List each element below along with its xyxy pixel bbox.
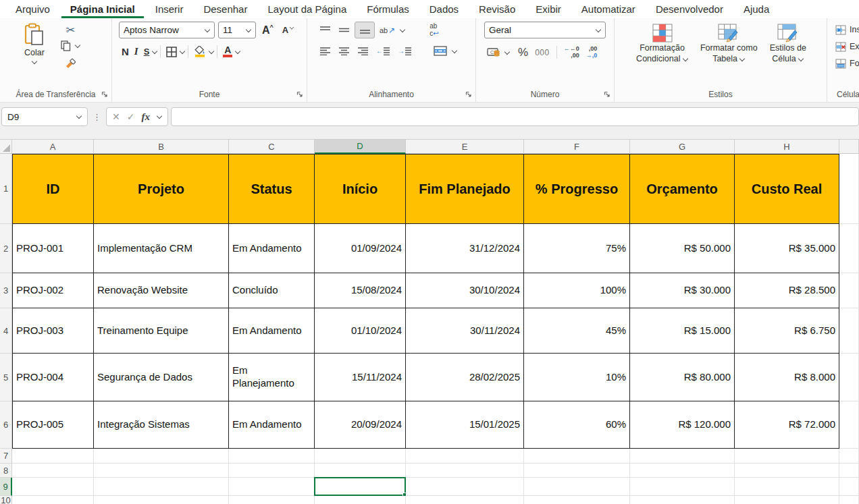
cell[interactable]: R$ 72.000 (735, 401, 839, 449)
tab-formulas[interactable]: Fórmulas (358, 0, 418, 18)
align-center-button[interactable] (336, 43, 353, 59)
decrease-indent-button[interactable]: ← (373, 43, 393, 59)
cell[interactable] (630, 478, 735, 496)
font-name-combobox[interactable]: Aptos Narrow (119, 22, 215, 38)
row-header-10[interactable]: 10 (0, 496, 12, 504)
cell[interactable] (524, 449, 630, 464)
format-cells-button[interactable]: Formatar (833, 57, 856, 69)
cell[interactable]: 20/09/2024 (315, 401, 406, 449)
font-dialog-launcher[interactable] (296, 91, 303, 98)
column-header-A[interactable]: A (12, 140, 94, 154)
tab-arquivo[interactable]: Arquivo (7, 0, 59, 18)
cell[interactable] (524, 478, 630, 496)
row-header-8[interactable]: 8 (0, 464, 12, 478)
font-color-dropdown-chevron[interactable] (235, 49, 240, 55)
cell[interactable]: 31/12/2024 (406, 224, 524, 273)
cell[interactable]: R$ 8.000 (735, 354, 839, 401)
tab-pagina-inicial[interactable]: Página Inicial (61, 0, 144, 18)
cell[interactable] (12, 449, 94, 464)
fill-color-dropdown-chevron[interactable] (209, 49, 214, 55)
cell[interactable]: 15/08/2024 (315, 273, 406, 308)
cell[interactable] (94, 478, 229, 496)
cell[interactable]: 10% (524, 354, 630, 401)
enter-icon[interactable]: ✓ (127, 111, 135, 122)
tab-layout-da-pagina[interactable]: Layout da Página (259, 0, 355, 18)
cell[interactable] (315, 464, 406, 478)
row-header-5[interactable]: 5 (0, 354, 12, 401)
decrease-decimal-button[interactable]: ,00 →,0 (583, 44, 600, 61)
cell[interactable]: Em Andamento (229, 224, 315, 273)
cell[interactable] (12, 464, 94, 478)
tab-revisao[interactable]: Revisão (470, 0, 524, 18)
cell[interactable]: Início (315, 154, 406, 224)
cell[interactable]: PROJ-001 (12, 224, 94, 273)
comma-style-button[interactable]: 000 (532, 44, 552, 61)
cell[interactable] (839, 354, 859, 401)
cell[interactable] (94, 464, 229, 478)
increase-font-size-button[interactable]: A^ (259, 22, 276, 38)
cell[interactable] (839, 273, 859, 308)
cell[interactable]: R$ 80.000 (630, 354, 735, 401)
borders-dropdown-chevron[interactable] (180, 49, 185, 55)
cell[interactable]: % Progresso (524, 154, 630, 224)
fx-dropdown-chevron[interactable] (157, 114, 162, 119)
cell[interactable]: R$ 120.000 (630, 401, 735, 449)
cell[interactable] (406, 449, 524, 464)
font-color-button[interactable]: A (220, 43, 235, 60)
format-as-table-button[interactable]: Formatar como Tabela (696, 22, 762, 86)
tab-ajuda[interactable]: Ajuda (735, 0, 778, 18)
cancel-icon[interactable]: ✕ (112, 111, 120, 122)
wrap-text-button[interactable]: ab c↩ (427, 22, 441, 38)
cell[interactable]: R$ 35.000 (735, 224, 839, 273)
cell[interactable] (406, 478, 524, 496)
row-header-7[interactable]: 7 (0, 449, 12, 464)
cell[interactable] (735, 464, 839, 478)
column-header-G[interactable]: G (630, 140, 735, 154)
accounting-format-button[interactable]: C (484, 44, 503, 61)
cell[interactable]: PROJ-003 (12, 308, 94, 354)
cell[interactable] (12, 496, 94, 504)
cell[interactable] (406, 464, 524, 478)
copy-button[interactable] (58, 39, 83, 53)
cell[interactable]: Fim Planejado (406, 154, 524, 224)
tab-desenhar[interactable]: Desenhar (194, 0, 256, 18)
cell[interactable]: PROJ-004 (12, 354, 94, 401)
column-header-partial[interactable] (839, 140, 859, 154)
cell[interactable]: Treinamento Equipe (94, 308, 229, 354)
cell[interactable]: Orçamento (630, 154, 735, 224)
percent-style-button[interactable]: % (515, 44, 531, 61)
cell[interactable]: PROJ-002 (12, 273, 94, 308)
merge-center-button[interactable] (431, 43, 450, 59)
align-top-button[interactable] (317, 22, 334, 38)
column-header-B[interactable]: B (94, 140, 229, 154)
cell[interactable]: 15/11/2024 (315, 354, 406, 401)
italic-button[interactable]: I (132, 43, 141, 60)
cell[interactable]: 75% (524, 224, 630, 273)
column-header-H[interactable]: H (735, 140, 839, 154)
fill-handle[interactable] (402, 493, 407, 497)
cell[interactable] (839, 496, 859, 504)
number-format-combobox[interactable]: Geral (484, 22, 606, 38)
cell[interactable] (735, 478, 839, 496)
format-painter-button[interactable] (58, 55, 83, 69)
paste-button[interactable]: Colar (19, 22, 50, 86)
orientation-dropdown-chevron[interactable] (400, 28, 405, 33)
cell[interactable]: Projeto (94, 154, 229, 224)
cell[interactable] (229, 449, 315, 464)
cell[interactable] (839, 478, 859, 496)
cell[interactable] (839, 154, 859, 224)
cell[interactable]: 60% (524, 401, 630, 449)
cell-styles-button[interactable]: Estilos de Célula (766, 22, 810, 86)
cell[interactable] (94, 449, 229, 464)
cell[interactable]: Status (229, 154, 315, 224)
cell[interactable]: 45% (524, 308, 630, 354)
cell[interactable] (839, 464, 859, 478)
number-dialog-launcher[interactable] (604, 91, 610, 98)
cell[interactable] (12, 478, 94, 496)
cell[interactable]: 30/10/2024 (406, 273, 524, 308)
cell[interactable]: R$ 28.500 (735, 273, 839, 308)
underline-dropdown-chevron[interactable] (152, 49, 157, 55)
cell[interactable]: 01/09/2024 (315, 224, 406, 273)
column-header-F[interactable]: F (524, 140, 630, 154)
row-header-3[interactable]: 3 (0, 273, 12, 308)
